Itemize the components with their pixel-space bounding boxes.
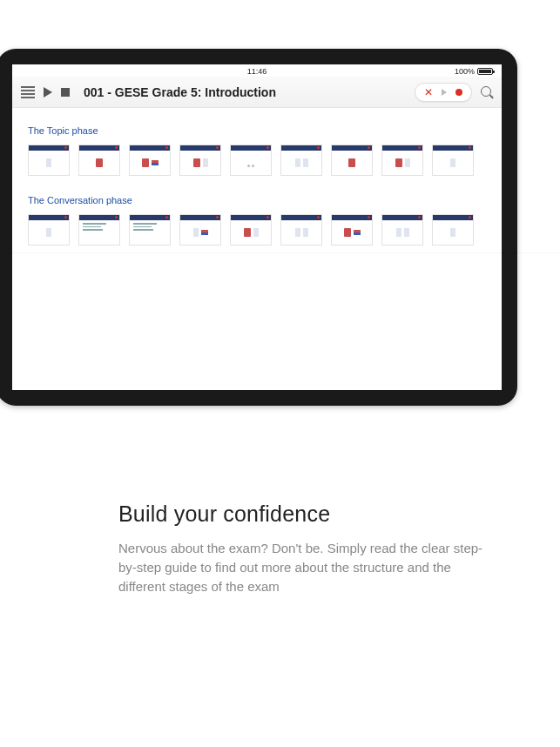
slide-thumbnail[interactable] bbox=[179, 214, 221, 246]
track-title: 001 - GESE Grade 5: Introduction bbox=[84, 85, 276, 99]
slide-thumbnail[interactable] bbox=[129, 214, 171, 246]
close-icon[interactable]: ✕ bbox=[424, 86, 433, 98]
slide-thumbnail[interactable] bbox=[230, 145, 272, 176]
marketing-heading: Build your confidence bbox=[118, 501, 493, 527]
mini-play-icon[interactable] bbox=[442, 89, 447, 96]
slide-thumbnail[interactable] bbox=[230, 214, 272, 246]
slide-thumbnail[interactable] bbox=[129, 145, 171, 176]
toolbar: 001 - GESE Grade 5: Introduction ✕ bbox=[12, 77, 502, 108]
status-right: 100% bbox=[455, 67, 493, 76]
battery-percent: 100% bbox=[455, 67, 475, 76]
thumb-row-topic bbox=[28, 145, 486, 176]
slide-thumbnail[interactable] bbox=[78, 145, 120, 176]
slide-thumbnail[interactable] bbox=[78, 214, 120, 246]
slide-thumbnail[interactable] bbox=[331, 214, 373, 246]
record-icon[interactable] bbox=[455, 89, 462, 96]
stop-button[interactable] bbox=[61, 88, 70, 97]
recording-controls: ✕ bbox=[415, 83, 472, 102]
section-title-topic: The Topic phase bbox=[28, 125, 486, 136]
tablet-frame: 11:46 100% 001 - GESE Grade 5: Introduct… bbox=[0, 49, 517, 406]
marketing-block: Build your confidence Nervous about the … bbox=[118, 501, 493, 596]
marketing-body: Nervous about the exam? Don't be. Simply… bbox=[118, 539, 493, 596]
slide-thumbnail[interactable] bbox=[280, 145, 322, 176]
slide-thumbnail[interactable] bbox=[432, 214, 474, 246]
status-bar: 11:46 100% bbox=[12, 64, 502, 77]
search-icon[interactable] bbox=[481, 86, 493, 98]
slide-thumbnail[interactable] bbox=[280, 214, 322, 246]
slide-thumbnail[interactable] bbox=[381, 214, 423, 246]
section-title-conversation: The Conversation phase bbox=[28, 195, 486, 205]
status-time: 11:46 bbox=[247, 67, 267, 76]
thumb-row-conversation bbox=[28, 214, 486, 246]
battery-icon bbox=[477, 68, 493, 75]
slide-thumbnail[interactable] bbox=[179, 145, 221, 176]
faint-divider bbox=[0, 252, 560, 253]
menu-icon[interactable] bbox=[21, 86, 35, 98]
content-area: The Topic phase The Conversation phase bbox=[12, 108, 502, 390]
slide-thumbnail[interactable] bbox=[432, 145, 474, 176]
slide-thumbnail[interactable] bbox=[331, 145, 373, 176]
slide-thumbnail[interactable] bbox=[28, 145, 70, 176]
slide-thumbnail[interactable] bbox=[28, 214, 70, 246]
slide-thumbnail[interactable] bbox=[381, 145, 423, 176]
screen: 11:46 100% 001 - GESE Grade 5: Introduct… bbox=[12, 64, 502, 390]
play-button[interactable] bbox=[44, 87, 52, 98]
